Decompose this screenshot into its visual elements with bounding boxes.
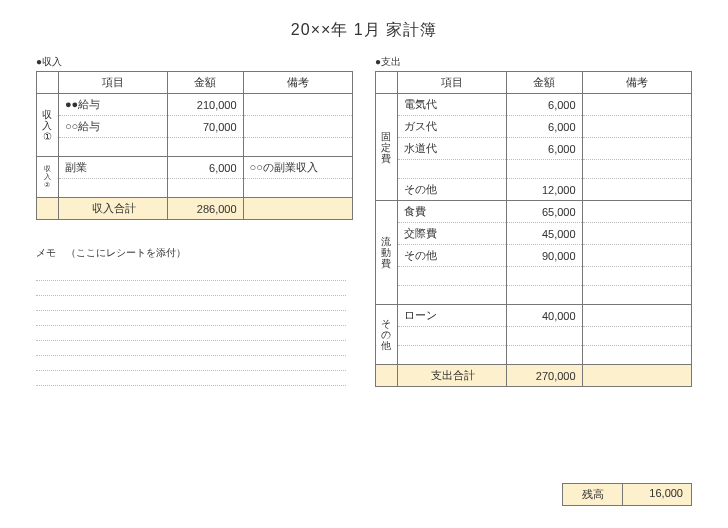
balance-label: 残高 [562,483,622,506]
income-row: 収入① ●●給与 210,000 [37,94,353,116]
expense-row [376,160,692,179]
memo-line [36,296,346,311]
expense-row: 水道代 6,000 [376,138,692,160]
expense-header: 項目 金額 備考 [376,72,692,94]
expense-row [376,267,692,286]
income-table: 項目 金額 備考 収入① ●●給与 210,000 ○○給与 70,000 [36,71,353,220]
memo-title: メモ （ここにレシートを添付） [36,246,346,260]
expense-total-row: 支出合計 270,000 [376,365,692,387]
expense-row [376,346,692,365]
expense-row: 固定費 電気代 6,000 [376,94,692,116]
income-total-label: 収入合計 [58,198,167,220]
income-header: 項目 金額 備考 [37,72,353,94]
page-title: 20××年 1月 家計簿 [36,20,692,41]
expense-row [376,286,692,305]
expense-row: その他 12,000 [376,179,692,201]
memo-line [36,356,346,371]
col-item: 項目 [58,72,167,94]
memo-line [36,371,346,386]
expense-row [376,327,692,346]
balance-value: 16,000 [622,483,692,506]
balance-box: 残高 16,000 [562,483,692,506]
memo-line [36,341,346,356]
income-row [37,179,353,198]
memo-section: メモ （ここにレシートを添付） [36,246,346,386]
col-amount: 金額 [168,72,243,94]
income-total-row: 収入合計 286,000 [37,198,353,220]
expense-total-amount: 270,000 [507,365,582,387]
income-row [37,138,353,157]
income-total-amount: 286,000 [168,198,243,220]
income-column: ●収入 項目 金額 備考 収入① ●●給与 210,000 ○○給与 70,00… [36,55,353,387]
income-section-label: ●収入 [36,55,353,69]
memo-line [36,311,346,326]
expense-row: ガス代 6,000 [376,116,692,138]
main-columns: ●収入 項目 金額 備考 収入① ●●給与 210,000 ○○給与 70,00… [36,55,692,387]
expense-section-label: ●支出 [375,55,692,69]
memo-line [36,266,346,281]
expense-total-label: 支出合計 [397,365,506,387]
col-note: 備考 [243,72,352,94]
memo-line [36,326,346,341]
expense-row: 交際費 45,000 [376,223,692,245]
expense-row: その他 90,000 [376,245,692,267]
expense-column: ●支出 項目 金額 備考 固定費 電気代 6,000 ガス代 6,000 水道代 [375,55,692,387]
memo-line [36,281,346,296]
expense-row: 流動費 食費 65,000 [376,201,692,223]
expense-row: その他 ローン 40,000 [376,305,692,327]
expense-table: 項目 金額 備考 固定費 電気代 6,000 ガス代 6,000 水道代 6,0… [375,71,692,387]
income-row: 収入② 副業 6,000 ○○の副業収入 [37,157,353,179]
income-row: ○○給与 70,000 [37,116,353,138]
